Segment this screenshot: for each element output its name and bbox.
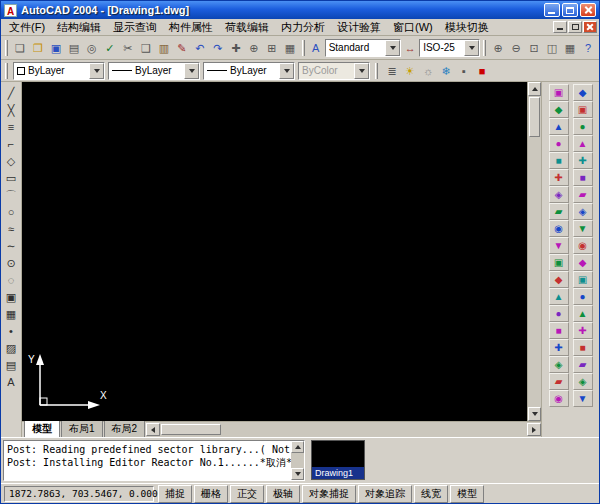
toolbar-grip[interactable] [5, 63, 8, 79]
copy-icon[interactable]: ❑ [137, 39, 155, 57]
scrollbar-thumb[interactable] [529, 97, 540, 137]
layout-tab[interactable]: 布局2 [104, 420, 146, 437]
struct-tool-icon[interactable]: ▰ [549, 373, 569, 390]
scroll-left-button[interactable] [146, 423, 160, 436]
struct-tool-icon[interactable]: ▲ [573, 135, 593, 152]
arc-icon[interactable]: ⌒ [2, 186, 20, 203]
save-icon[interactable]: ▣ [47, 39, 65, 57]
struct-tool-icon[interactable]: ◆ [573, 254, 593, 271]
layers-icon[interactable]: ≣ [383, 62, 401, 80]
polygon-icon[interactable]: ◇ [2, 152, 20, 169]
drawing-canvas[interactable]: Y X [22, 82, 527, 421]
struct-tool-icon[interactable]: ◆ [549, 271, 569, 288]
struct-tool-icon[interactable]: ◉ [549, 220, 569, 237]
text-style-combo[interactable]: Standard [325, 39, 402, 57]
status-toggle-button[interactable]: 捕捉 [158, 485, 192, 503]
struct-tool-icon[interactable]: ● [573, 288, 593, 305]
document-close-button[interactable] [583, 21, 597, 33]
struct-tool-icon[interactable]: ◆ [573, 84, 593, 101]
status-toggle-button[interactable]: 对象捕捉 [302, 485, 356, 503]
layer-off-icon[interactable]: ☼ [419, 62, 437, 80]
combo-arrow-button[interactable] [279, 63, 294, 79]
spline-icon[interactable]: ∼ [2, 237, 20, 254]
paste-icon[interactable]: ▥ [155, 39, 173, 57]
insert-block-icon[interactable]: ▣ [2, 288, 20, 305]
toolbar-grip[interactable] [5, 40, 8, 56]
struct-tool-icon[interactable]: ◈ [549, 356, 569, 373]
polyline-icon[interactable]: ⌐ [2, 135, 20, 152]
circle-icon[interactable]: ○ [2, 203, 20, 220]
close-button[interactable] [580, 3, 596, 17]
layout-viewports-icon[interactable]: ▦ [561, 39, 579, 57]
layer-on-icon[interactable]: ☀ [401, 62, 419, 80]
struct-tool-icon[interactable]: ▣ [549, 84, 569, 101]
combo-arrow-button[interactable] [464, 40, 479, 56]
mtext-icon[interactable]: A [2, 373, 20, 390]
document-restore-button[interactable] [568, 21, 582, 33]
menu-item[interactable]: 构件属性 [163, 19, 219, 36]
status-toggle-button[interactable]: 线宽 [414, 485, 448, 503]
struct-tool-icon[interactable]: ■ [549, 322, 569, 339]
struct-tool-icon[interactable]: ● [549, 305, 569, 322]
hatch-icon[interactable]: ▨ [2, 339, 20, 356]
struct-tool-icon[interactable]: ✚ [573, 152, 593, 169]
toolbar-grip[interactable] [375, 63, 378, 79]
struct-tool-icon[interactable]: ▣ [549, 254, 569, 271]
region-icon[interactable]: ▤ [2, 356, 20, 373]
make-block-icon[interactable]: ▦ [2, 305, 20, 322]
minimized-drawing-window[interactable]: Drawing1 [311, 440, 365, 480]
scroll-right-button[interactable] [527, 423, 541, 436]
command-scrollbar[interactable] [291, 441, 304, 480]
dim-style-combo[interactable]: ISO-25 [419, 39, 480, 57]
help-icon[interactable]: ? [579, 39, 597, 57]
match-properties-icon[interactable]: ✎ [173, 39, 191, 57]
struct-tool-icon[interactable]: ● [573, 118, 593, 135]
lineweight-combo[interactable]: ByLayer [203, 62, 295, 80]
struct-tool-icon[interactable]: ◈ [573, 373, 593, 390]
text-style-icon[interactable]: A [308, 39, 324, 57]
struct-tool-icon[interactable]: ◈ [573, 203, 593, 220]
construction-line-icon[interactable]: ╳ [2, 101, 20, 118]
layer-freeze-icon[interactable]: ❄ [437, 62, 455, 80]
struct-tool-icon[interactable]: ■ [549, 152, 569, 169]
line-tool-icon[interactable]: ╱ [2, 84, 20, 101]
zoom-realtime-icon[interactable]: ⊕ [245, 39, 263, 57]
open-file-icon[interactable]: ❐ [29, 39, 47, 57]
color-control-combo[interactable]: ByLayer [13, 62, 105, 80]
struct-tool-icon[interactable]: ● [549, 135, 569, 152]
dim-style-icon[interactable]: ↔ [402, 39, 418, 57]
struct-tool-icon[interactable]: ◆ [549, 101, 569, 118]
combo-arrow-button[interactable] [184, 63, 199, 79]
struct-tool-icon[interactable]: ◈ [549, 186, 569, 203]
struct-tool-icon[interactable]: ▣ [573, 101, 593, 118]
maximize-button[interactable] [562, 3, 578, 17]
spelling-icon[interactable]: ✓ [101, 39, 119, 57]
menu-item[interactable]: 设计验算 [331, 19, 387, 36]
struct-tool-icon[interactable]: ◉ [549, 390, 569, 407]
multiline-icon[interactable]: ≡ [2, 118, 20, 135]
struct-tool-icon[interactable]: ■ [573, 169, 593, 186]
struct-tool-icon[interactable]: ▼ [573, 220, 593, 237]
zoom-out-icon[interactable]: ⊖ [507, 39, 525, 57]
ellipse-arc-icon[interactable]: ◌ [2, 271, 20, 288]
new-file-icon[interactable]: ❏ [11, 39, 29, 57]
minimize-button[interactable] [544, 3, 560, 17]
zoom-window-icon[interactable]: ⊞ [263, 39, 281, 57]
struct-tool-icon[interactable]: ✚ [549, 169, 569, 186]
redo-icon[interactable]: ↷ [209, 39, 227, 57]
scroll-up-button[interactable] [291, 441, 304, 453]
struct-tool-icon[interactable]: ▰ [573, 186, 593, 203]
undo-icon[interactable]: ↶ [191, 39, 209, 57]
status-toggle-button[interactable]: 栅格 [194, 485, 228, 503]
scroll-up-button[interactable] [528, 82, 541, 96]
combo-arrow-button[interactable] [385, 40, 400, 56]
toolbar-grip[interactable] [302, 40, 305, 56]
status-toggle-button[interactable]: 极轴 [266, 485, 300, 503]
menu-item[interactable]: 模块切换 [439, 19, 495, 36]
properties-icon[interactable]: ▦ [281, 39, 299, 57]
struct-tool-icon[interactable]: ✚ [573, 322, 593, 339]
status-toggle-button[interactable]: 正交 [230, 485, 264, 503]
struct-tool-icon[interactable]: ▼ [549, 237, 569, 254]
zoom-in-icon[interactable]: ⊕ [489, 39, 507, 57]
linetype-combo[interactable]: ByLayer [108, 62, 200, 80]
